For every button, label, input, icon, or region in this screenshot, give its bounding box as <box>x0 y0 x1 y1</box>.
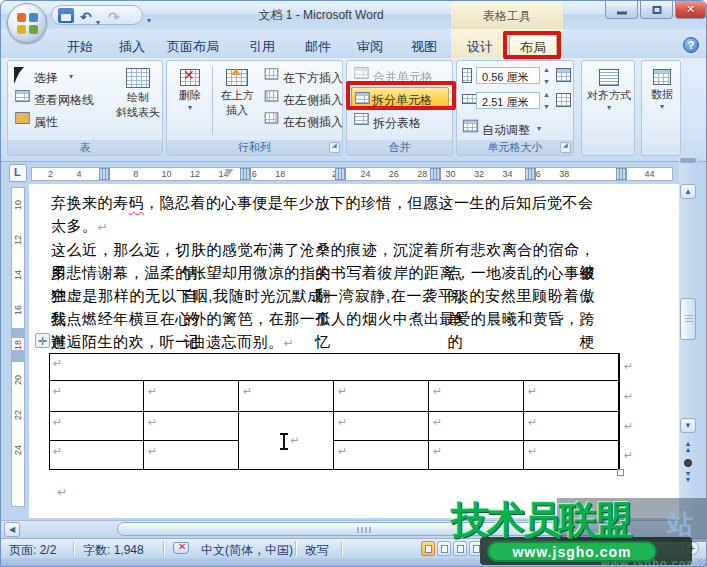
table-cell[interactable]: ↵ <box>429 412 524 441</box>
scroll-down-icon[interactable]: ▼ <box>680 418 696 433</box>
draw-diagonal-header-button[interactable]: 绘制 斜线表头 <box>114 64 162 138</box>
table-column-marker-icon[interactable] <box>430 168 441 180</box>
document-table[interactable]: ↵↵↵↵↵↵↵↵↵↵↵↵↵↵↵↵↵↵↵↵↵↵ <box>49 353 620 470</box>
select-button[interactable]: 选择 ▾ <box>14 67 24 86</box>
table-cell[interactable]: ↵ <box>429 381 524 412</box>
overtype-mode[interactable]: 改写 <box>305 542 329 559</box>
tab-insert[interactable]: 插入 <box>109 34 155 58</box>
data-button[interactable]: 数据 ▾ <box>645 64 679 138</box>
tab-view[interactable]: 视图 <box>401 34 447 58</box>
first-line-indent-icon[interactable] <box>224 169 234 181</box>
cell-size-dialog-launcher-icon[interactable] <box>560 142 571 153</box>
table-cell[interactable]: ↵ <box>49 441 144 470</box>
office-button[interactable] <box>7 3 47 43</box>
table-cell[interactable]: ↵ <box>49 381 144 412</box>
tab-pagelayout[interactable]: 页面布局 <box>157 34 229 58</box>
table-column-marker-icon[interactable] <box>99 168 110 180</box>
table-cell[interactable]: ↵ <box>429 441 524 470</box>
group-label-rows-columns: 行和列 <box>167 140 342 155</box>
ruler-number: 28 <box>417 169 427 179</box>
table-cell[interactable]: ↵ <box>49 353 619 381</box>
rows-columns-dialog-launcher-icon[interactable] <box>329 142 340 153</box>
print-layout-view-icon[interactable] <box>421 541 435 556</box>
ruler-number: 16 <box>13 305 23 315</box>
qat-customize-icon[interactable] <box>147 9 163 24</box>
select-browse-object-icon[interactable] <box>684 459 692 467</box>
fullscreen-reading-view-icon[interactable] <box>437 541 451 556</box>
restore-button[interactable] <box>640 1 673 19</box>
scroll-left-icon[interactable]: ◀ <box>4 522 20 537</box>
ruler-number: 34 <box>502 169 512 179</box>
table-cell[interactable]: ↵ <box>334 381 429 412</box>
insert-above-button[interactable]: 在上方 插入 <box>216 64 258 138</box>
table-cell[interactable]: ↵ <box>144 441 239 470</box>
close-button[interactable] <box>675 1 706 19</box>
next-page-icon[interactable]: ▼▼ <box>681 471 695 484</box>
word-window: 文档 1 - Microsoft Word 表格工具 开始 插入 页面布局 引用… <box>0 0 707 567</box>
table-cell[interactable]: ↵ <box>524 381 619 412</box>
table-cell-merged[interactable]: ↵ <box>239 412 334 470</box>
table-cell[interactable]: ↵ <box>524 441 619 470</box>
delete-button[interactable]: 删除 ▾ <box>172 64 208 138</box>
minimize-button[interactable] <box>605 1 638 19</box>
table-cell[interactable]: ↵ <box>334 412 429 441</box>
vertical-scroll-thumb[interactable] <box>680 298 696 340</box>
previous-page-icon[interactable]: ▲▲ <box>681 441 695 454</box>
insert-right-button[interactable]: 在右侧插入 <box>263 111 280 130</box>
row-height-field[interactable]: 0.56 厘米 <box>476 67 540 84</box>
group-label-table: 表 <box>8 140 162 155</box>
insert-below-button[interactable]: 在下方插入 <box>263 67 280 86</box>
resize-grip-icon[interactable] <box>697 559 706 567</box>
tab-selector-button[interactable] <box>9 164 27 182</box>
split-handle[interactable] <box>680 158 696 163</box>
table-resize-handle[interactable] <box>617 469 624 476</box>
table-column-marker-icon[interactable] <box>525 168 536 180</box>
ruler-number: 26 <box>389 169 399 179</box>
table-cell[interactable]: ↵ <box>49 412 144 441</box>
tab-home[interactable]: 开始 <box>57 34 103 58</box>
table-column-marker-icon[interactable] <box>616 168 627 180</box>
table-cell[interactable]: ↵ <box>334 441 429 470</box>
scroll-up-icon[interactable]: ▲ <box>680 184 696 199</box>
pilcrow-mark: ↵ <box>528 416 537 429</box>
tab-references[interactable]: 引用 <box>239 34 285 58</box>
ruler-number: 14 <box>13 270 23 280</box>
page-indicator[interactable]: 页面: 2/2 <box>9 542 56 559</box>
table-cell[interactable]: ↵ <box>524 412 619 441</box>
ribbon: 选择 ▾ 查看网格线 属性 绘制 斜线表头 表 删除 ▾ <box>1 58 707 162</box>
table-move-handle[interactable]: ✛ <box>35 333 50 348</box>
vertical-scrollbar[interactable]: ▲ ▼ ▲▲ ▼▼ <box>679 158 698 518</box>
table-column-marker-icon[interactable] <box>335 168 346 180</box>
help-icon[interactable] <box>683 37 699 53</box>
word-count[interactable]: 字数: 1,948 <box>83 542 144 559</box>
proofing-errors-icon[interactable] <box>173 542 189 554</box>
alignment-button[interactable]: 对齐方式 ▾ <box>586 64 632 138</box>
pilcrow-mark: ↵ <box>338 445 347 458</box>
language-indicator[interactable]: 中文(简体，中国) <box>201 542 293 559</box>
tab-review[interactable]: 审阅 <box>347 34 393 58</box>
autofit-button[interactable]: 自动调整 ▾ <box>462 119 479 138</box>
tab-design[interactable]: 设计 <box>457 34 503 58</box>
view-gridlines-button[interactable]: 查看网格线 <box>14 89 31 108</box>
end-of-row-mark: ↵ <box>624 420 633 433</box>
split-table-button[interactable]: 拆分表格 <box>353 112 370 131</box>
distribute-rows-icon[interactable] <box>556 68 571 82</box>
save-icon[interactable] <box>58 8 74 23</box>
tab-mailings[interactable]: 邮件 <box>295 34 341 58</box>
column-width-field[interactable]: 2.51 厘米 <box>476 92 540 109</box>
row-height-spinner[interactable] <box>542 67 553 84</box>
table-cell[interactable]: ↵ <box>144 381 239 412</box>
table-column-marker-icon[interactable] <box>240 168 251 180</box>
properties-button[interactable]: 属性 <box>14 111 31 130</box>
distribute-columns-icon[interactable] <box>556 93 571 107</box>
pilcrow-mark: ↵ <box>148 445 157 458</box>
undo-icon[interactable] <box>80 8 96 23</box>
insert-left-button[interactable]: 在左侧插入 <box>263 89 280 108</box>
table-cell[interactable]: ↵ <box>144 412 239 441</box>
vertical-ruler[interactable]: 1012141618202224 <box>11 187 25 507</box>
column-width-icon <box>462 94 477 104</box>
table-cell[interactable]: ↵ <box>239 381 334 412</box>
annotation-box-layout-tab <box>503 31 561 59</box>
column-width-spinner[interactable] <box>542 92 553 109</box>
horizontal-ruler[interactable]: 24810121416182224262830323436384244 <box>31 167 673 181</box>
